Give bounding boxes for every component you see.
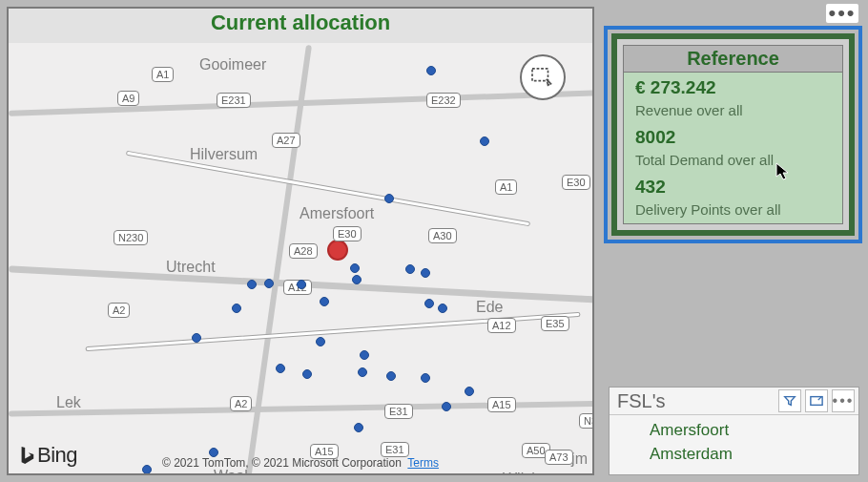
svg-rect-0 [532,69,548,81]
map-marker[interactable] [438,304,447,313]
map-title: Current allocation [9,9,592,39]
metric-delivery-label: Delivery Points over all [635,201,831,218]
map-marker[interactable] [302,369,312,379]
road-shield: N3 [579,413,592,429]
fsl-more-button[interactable]: ••• [832,389,855,412]
map-marker[interactable] [465,387,474,396]
lasso-select-icon [530,67,555,88]
map-marker[interactable] [354,423,363,432]
map-city-label: Lek [56,394,81,411]
road-shield: E31 [381,442,409,457]
map-marker[interactable] [424,299,434,308]
road-shield: A1 [495,179,517,195]
road-shield: A30 [428,228,457,243]
region-select-button[interactable] [520,54,566,100]
road-shield: A2 [230,396,252,411]
road-shield: E31 [384,404,413,419]
metric-demand-value: 8002 [635,128,831,148]
road-shield: A73 [545,450,573,465]
map-marker[interactable] [421,268,430,278]
focus-mode-button[interactable] [805,389,828,412]
map-marker[interactable] [426,66,436,75]
map-marker[interactable] [316,337,325,346]
map-marker[interactable] [142,465,152,473]
road-shield: A1 [152,67,174,82]
map-city-label: Waal [214,468,248,473]
road-shield: A15 [487,397,516,412]
more-icon: ••• [828,1,856,26]
map-marker[interactable] [209,448,218,457]
filter-button[interactable] [778,389,801,412]
map-marker[interactable] [352,275,362,284]
reference-card-selection[interactable]: Reference € 273.242 Revenue over all 800… [604,26,862,243]
road-shield: A12 [487,318,516,333]
map-marker[interactable] [320,297,329,306]
metric-revenue-value: € 273.242 [635,78,831,98]
fsl-title: FSL's [617,390,778,412]
map-marker[interactable] [384,194,394,203]
map-panel: Current allocation Bing © 2021 TomTom, ©… [7,7,594,475]
map-marker[interactable] [350,263,360,273]
map-marker[interactable] [264,279,274,288]
fsl-list: Amersfoort Amsterdam [610,415,858,466]
metric-delivery-value: 432 [635,178,831,198]
road-shield: A28 [289,243,318,259]
road-shield: E231 [217,93,251,108]
road-shield: E30 [333,226,362,241]
map-city-label: Hilversum [190,146,258,163]
map-canvas[interactable]: Bing © 2021 TomTom, © 2021 Microsoft Cor… [9,43,592,473]
reference-body: € 273.242 Revenue over all 8002 Total De… [623,73,843,224]
map-city-label: Utrecht [166,259,216,276]
map-terms-link[interactable]: Terms [407,456,439,470]
metric-revenue-label: Revenue over all [635,102,831,118]
map-marker[interactable] [405,264,415,274]
fsl-panel: FSL's ••• Amersfoort Amsterdam [609,387,859,475]
map-marker[interactable] [442,402,451,411]
map-marker[interactable] [480,136,489,146]
road-shield: E232 [426,93,461,108]
metric-demand-label: Total Demand over all [635,152,831,168]
reference-card: Reference € 273.242 Revenue over all 800… [611,33,855,236]
map-marker[interactable] [247,280,257,289]
map-city-label: Gooimeer [199,56,266,73]
road-shield: A9 [117,91,139,106]
page-more-button[interactable]: ••• [826,4,858,23]
map-attribution: © 2021 TomTom, © 2021 Microsoft Corporat… [9,456,592,470]
more-icon: ••• [833,392,855,409]
map-city-label: Ede [476,299,503,316]
road-shield: N230 [114,230,148,245]
road-shield: E35 [541,316,569,331]
reference-title: Reference [623,45,843,73]
map-marker[interactable] [232,304,241,313]
map-marker-selected[interactable] [327,240,348,261]
map-marker[interactable] [192,333,201,343]
map-marker[interactable] [276,364,285,373]
map-marker[interactable] [358,367,367,377]
map-city-label: Wiichen [503,471,557,473]
map-marker[interactable] [360,350,369,360]
road-shield: A27 [272,133,300,148]
map-marker[interactable] [297,280,306,289]
road-shield: A15 [310,444,339,459]
map-city-label: Amersfoort [300,205,374,222]
fsl-item[interactable]: Amsterdam [650,443,858,467]
map-marker[interactable] [421,373,430,383]
fsl-item[interactable]: Amersfoort [650,419,858,443]
map-marker[interactable] [386,371,396,381]
funnel-icon [783,394,796,408]
focus-icon [810,394,823,408]
road-shield: A2 [108,303,130,318]
road-shield: E30 [562,175,590,190]
